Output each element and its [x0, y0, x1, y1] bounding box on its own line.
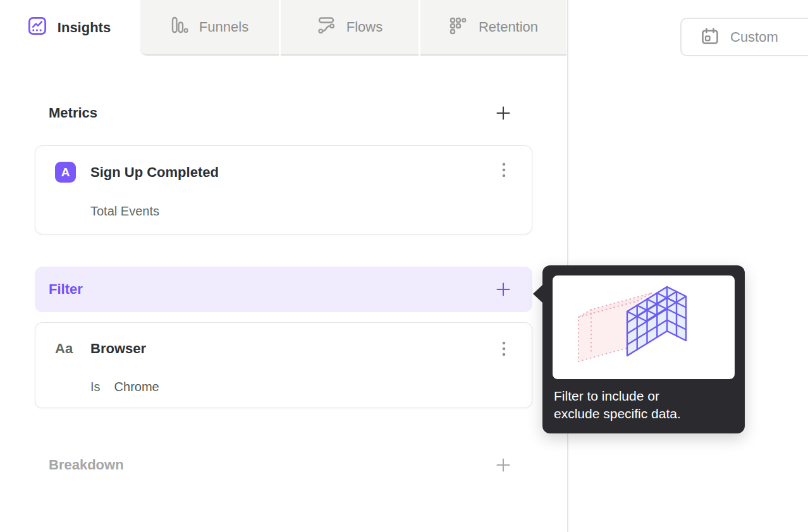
string-property-icon: Aa	[55, 341, 78, 357]
add-breakdown-button[interactable]	[496, 457, 511, 473]
tab-label: Flows	[346, 19, 383, 35]
filter-card-main: Aa Browser	[35, 323, 532, 357]
filter-operator[interactable]: Is	[90, 380, 101, 394]
breakdown-section-header: Breakdown	[35, 456, 532, 475]
metric-event-name: Sign Up Completed	[90, 164, 219, 181]
tab-label: Funnels	[199, 19, 248, 35]
calendar-icon	[701, 27, 719, 48]
retention-icon	[449, 16, 468, 39]
filter-title: Filter	[49, 281, 83, 298]
tab-flows[interactable]: Flows	[281, 0, 419, 56]
insights-icon	[28, 16, 47, 39]
tab-label: Insights	[58, 20, 111, 36]
filter-property-name: Browser	[90, 341, 146, 357]
metric-card[interactable]: A Sign Up Completed Total Events	[35, 145, 532, 234]
funnels-icon	[171, 16, 188, 39]
metric-aggregation[interactable]: Total Events	[90, 204, 159, 219]
tab-funnels[interactable]: Funnels	[140, 0, 279, 56]
add-metric-button[interactable]	[496, 106, 511, 121]
filter-card[interactable]: Aa Browser Is Chrome	[35, 322, 532, 408]
date-range-label: Custom	[730, 29, 778, 45]
tab-retention[interactable]: Retention	[420, 0, 566, 56]
flows-icon	[317, 16, 336, 39]
breakdown-title: Breakdown	[49, 457, 124, 473]
tooltip-caption: Filter to include or exclude specific da…	[542, 379, 713, 423]
filter-condition: Is Chrome	[90, 380, 159, 394]
metrics-section-header: Metrics	[35, 104, 532, 123]
metrics-title: Metrics	[49, 105, 97, 121]
query-builder-panel: Insights Funnels	[0, 0, 568, 532]
insights-report-builder: Insights Funnels	[0, 0, 808, 532]
filter-section-header[interactable]: Filter	[35, 267, 532, 312]
tab-label: Retention	[479, 19, 538, 35]
tab-insights[interactable]: Insights	[0, 0, 138, 56]
filter-tooltip: Filter to include or exclude specific da…	[542, 265, 745, 433]
kebab-menu-icon[interactable]	[496, 341, 511, 362]
date-range-button[interactable]: Custom	[680, 18, 808, 56]
metric-letter-badge: A	[55, 162, 76, 183]
report-tabbar: Insights Funnels	[0, 0, 567, 56]
metric-card-main: A Sign Up Completed	[35, 146, 532, 183]
filter-cube-illustration	[553, 275, 735, 379]
inactive-tabs: Funnels Flows	[138, 0, 566, 56]
add-filter-button[interactable]	[496, 282, 511, 297]
tooltip-arrow	[533, 285, 542, 303]
filter-value[interactable]: Chrome	[114, 380, 159, 394]
kebab-menu-icon[interactable]	[496, 162, 511, 183]
builder-content: Metrics A Sign Up Completed Total Events	[35, 56, 532, 475]
